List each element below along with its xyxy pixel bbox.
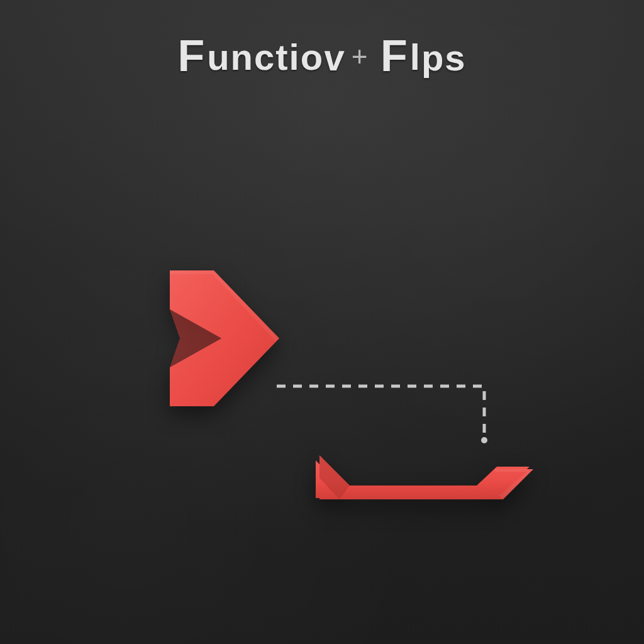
title-word-2: Flps [380, 33, 467, 77]
title-word-1: Functiov [177, 33, 342, 77]
title-word-1-tail: v [323, 40, 343, 76]
shapes-svg [0, 0, 644, 644]
texture-overlay [0, 0, 644, 644]
chevron-right-icon [170, 270, 279, 406]
title-word-2-body: l [410, 36, 421, 77]
poster-stage: Functiov + Flps [0, 0, 644, 644]
poster-title: Functiov + Flps [0, 33, 644, 77]
connector-line [277, 386, 484, 440]
corner-arrow-icon [316, 455, 533, 499]
shape-layer [0, 0, 644, 644]
plus-separator-icon: + [352, 41, 368, 72]
title-word-1-body: unctio [207, 36, 324, 77]
connector-node [481, 437, 487, 443]
title-word-2-tail: ps [421, 40, 467, 76]
